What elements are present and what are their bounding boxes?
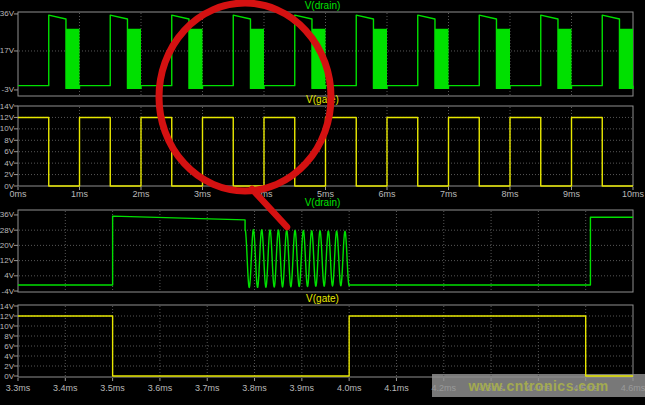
svg-text:6V: 6V [4, 147, 14, 156]
svg-text:4V: 4V [4, 271, 14, 280]
svg-text:0V: 0V [4, 372, 14, 381]
svg-text:10V: 10V [0, 322, 15, 331]
trace-label-vdrain-zoom[interactable]: V(drain) [0, 198, 645, 208]
svg-text:2V: 2V [4, 362, 14, 371]
svg-text:8V: 8V [4, 332, 14, 341]
svg-text:12V: 12V [0, 312, 15, 321]
svg-text:2V: 2V [4, 170, 14, 179]
svg-text:10V: 10V [0, 124, 15, 133]
svg-text:6V: 6V [4, 342, 14, 351]
svg-text:12V: 12V [0, 113, 15, 122]
pane-vgate-zoom[interactable]: 14V12V10V8V6V4V2V0V [0, 302, 633, 381]
pane-vgate-overview[interactable]: 14V12V10V8V6V4V2V0V [0, 102, 633, 191]
trace-label-vgate-overview[interactable]: V(gate) [0, 95, 645, 105]
svg-text:28V: 28V [0, 226, 15, 235]
trace-label-vdrain-overview[interactable]: V(drain) [0, 1, 645, 11]
svg-text:4V: 4V [4, 159, 14, 168]
svg-text:0V: 0V [4, 182, 14, 191]
svg-text:8V: 8V [4, 136, 14, 145]
svg-text:17V: 17V [0, 46, 15, 55]
waveform-viewer: 0ms1ms2ms3ms4ms5ms6ms7ms8ms9ms10ms3.3ms3… [0, 0, 645, 405]
pane-vdrain-zoom[interactable]: 36V28V20V12V4V-4V [0, 210, 633, 296]
svg-text:-3V: -3V [2, 85, 15, 94]
svg-text:12V: 12V [0, 256, 15, 265]
svg-text:36V: 36V [0, 210, 15, 219]
pane-vdrain-overview[interactable]: 36V17V-3V [0, 9, 633, 96]
svg-text:20V: 20V [0, 241, 15, 250]
trace-label-vgate-zoom[interactable]: V(gate) [0, 294, 645, 304]
svg-text:4V: 4V [4, 352, 14, 361]
